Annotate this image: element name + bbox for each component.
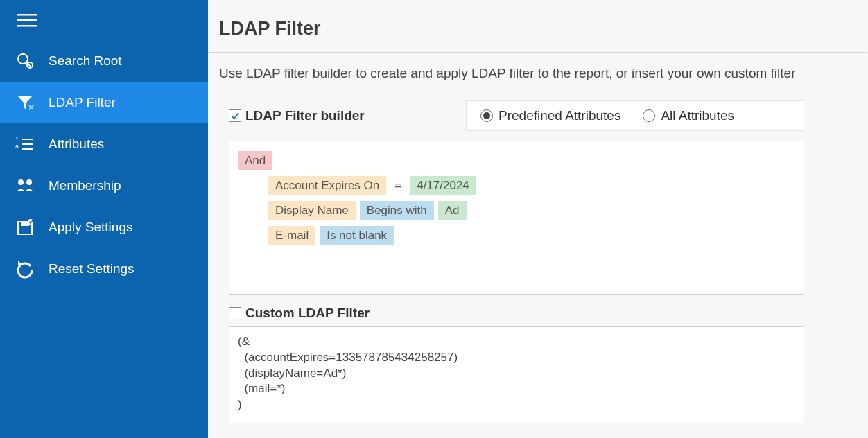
search-root-icon [14, 50, 36, 72]
custom-checkbox[interactable] [229, 307, 241, 319]
sidebar-item-membership[interactable]: Membership [0, 165, 208, 207]
sidebar: Search Root LDAP Filter 1a Attributes Me… [0, 0, 208, 438]
svg-text:a: a [15, 143, 19, 150]
page-title: LDAP Filter [208, 0, 868, 52]
sidebar-item-ldap-filter[interactable]: LDAP Filter [0, 82, 208, 123]
apply-settings-icon [14, 216, 36, 238]
sidebar-item-label: LDAP Filter [49, 95, 116, 110]
rule-operator[interactable]: Is not blank [320, 226, 394, 245]
filter-icon [14, 91, 36, 114]
svg-text:1: 1 [15, 136, 19, 143]
logic-operator[interactable]: And [238, 151, 272, 170]
rule-operator[interactable]: Begins with [360, 201, 434, 220]
rule-attribute[interactable]: E-mail [268, 226, 315, 245]
svg-point-11 [18, 179, 24, 185]
sidebar-item-reset-settings[interactable]: Reset Settings [0, 248, 208, 290]
attributes-icon: 1a [14, 133, 36, 155]
main-content: LDAP Filter Use LDAP filter builder to c… [208, 0, 868, 438]
builder-checkbox-wrap[interactable]: LDAP Filter builder [229, 108, 466, 123]
builder-checkbox-label: LDAP Filter builder [245, 108, 365, 123]
custom-filter-header[interactable]: Custom LDAP Filter [229, 306, 857, 321]
ldap-builder-section: LDAP Filter builder Predefined Attribute… [208, 100, 868, 423]
custom-checkbox-label: Custom LDAP Filter [245, 306, 370, 321]
svg-point-12 [26, 179, 32, 185]
radio-predefined[interactable]: Predefined Attributes [480, 108, 620, 123]
radio-predefined-label: Predefined Attributes [498, 108, 620, 123]
attribute-radio-group: Predefined Attributes All Attributes [466, 100, 804, 131]
sidebar-item-label: Search Root [49, 53, 122, 69]
sidebar-item-label: Membership [49, 178, 121, 193]
builder-checkbox[interactable] [229, 110, 241, 122]
svg-rect-1 [17, 19, 37, 21]
sidebar-item-label: Attributes [49, 137, 104, 152]
svg-rect-2 [17, 25, 37, 27]
sidebar-item-label: Apply Settings [49, 220, 132, 235]
svg-point-3 [18, 54, 28, 64]
rule-operator[interactable]: = [390, 176, 406, 195]
sidebar-item-apply-settings[interactable]: Apply Settings [0, 207, 208, 248]
hamburger-menu[interactable] [0, 0, 208, 40]
custom-filter-text[interactable]: (& (accountExpires=133578785434258257) (… [229, 326, 804, 423]
filter-builder-area: And Account Expires On=4/17/2024Display … [229, 141, 804, 295]
sidebar-item-search-root[interactable]: Search Root [0, 40, 208, 82]
sidebar-item-attributes[interactable]: 1a Attributes [0, 123, 208, 165]
filter-rule: Account Expires On=4/17/2024 [268, 176, 795, 195]
filter-rule: Display NameBegins withAd [268, 201, 795, 220]
rule-attribute[interactable]: Account Expires On [268, 176, 386, 195]
reset-icon [14, 258, 36, 280]
radio-all-label: All Attributes [661, 108, 734, 123]
rule-attribute[interactable]: Display Name [268, 201, 356, 220]
svg-rect-0 [17, 14, 37, 16]
check-icon [230, 111, 240, 121]
page-subtitle: Use LDAP filter builder to create and ap… [208, 53, 868, 100]
filter-rule: E-mailIs not blank [268, 226, 795, 245]
radio-all[interactable]: All Attributes [643, 108, 734, 123]
radio-all-input[interactable] [643, 110, 655, 122]
rule-value[interactable]: Ad [438, 201, 467, 220]
rule-value[interactable]: 4/17/2024 [410, 176, 476, 195]
hamburger-icon [17, 14, 37, 28]
sidebar-item-label: Reset Settings [49, 261, 134, 277]
radio-predefined-input[interactable] [480, 110, 493, 122]
membership-icon [14, 175, 36, 197]
